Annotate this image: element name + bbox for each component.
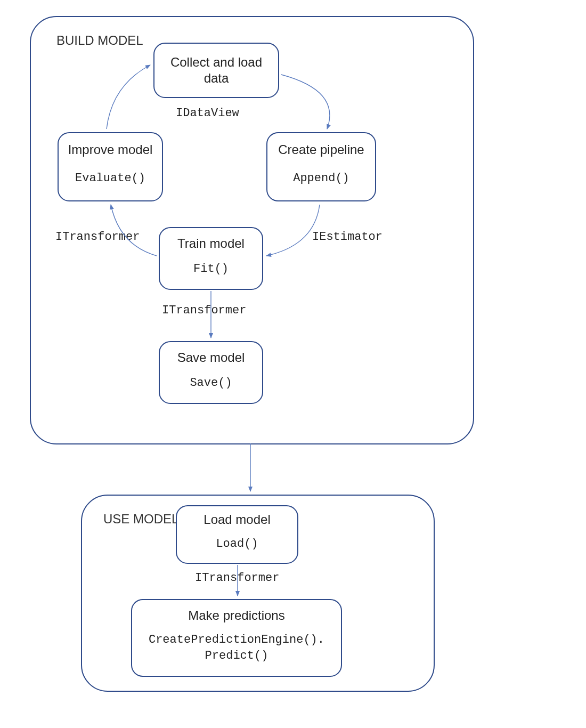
edge-label-itransformer-save: ITransformer <box>162 304 246 317</box>
edge-label-idataview: IDataView <box>176 107 239 120</box>
node-pipeline-method: Append() <box>293 172 349 185</box>
node-train-model: Train model Fit() <box>159 227 263 290</box>
node-train-method: Fit() <box>193 262 229 276</box>
node-make-predictions: Make predictions CreatePredictionEngine(… <box>131 599 342 677</box>
node-collect-title: Collect and load data <box>158 54 275 86</box>
build-model-label: BUILD MODEL <box>56 33 143 48</box>
use-model-label: USE MODEL <box>103 512 178 527</box>
node-save-model: Save model Save() <box>159 341 263 404</box>
node-improve-method: Evaluate() <box>75 172 145 185</box>
node-collect-data: Collect and load data <box>153 43 279 98</box>
node-predict-method: CreatePredictionEngine(). Predict() <box>149 632 324 664</box>
node-load-method: Load() <box>216 537 258 551</box>
node-train-title: Train model <box>177 236 245 252</box>
node-load-title-real: Load model <box>204 512 270 528</box>
node-predict-title: Make predictions <box>188 608 284 624</box>
node-load-model: Collect and load data Load model Load() <box>176 505 298 564</box>
edge-label-iestimator: IEstimator <box>312 230 382 244</box>
edge-label-itransformer-loop: ITransformer <box>55 230 140 244</box>
node-pipeline-title: Create pipeline <box>278 142 364 158</box>
node-save-method: Save() <box>190 376 232 390</box>
edge-label-itransformer-load: ITransformer <box>195 571 279 585</box>
node-create-pipeline: Create pipeline Append() <box>266 132 376 201</box>
node-save-title: Save model <box>177 350 245 366</box>
node-improve-model: Improve model Evaluate() <box>58 132 163 201</box>
node-improve-title: Improve model <box>68 142 153 158</box>
